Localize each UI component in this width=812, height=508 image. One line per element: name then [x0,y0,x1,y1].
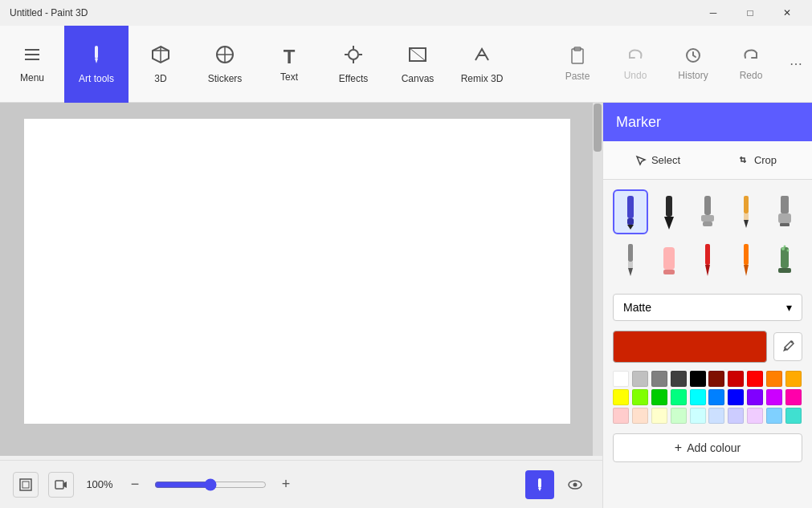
toolbar-redo[interactable]: Redo [722,26,780,103]
svg-rect-22 [22,482,29,488]
matte-row: Matte ▾ [603,289,812,326]
color-swatch[interactable] [708,371,724,387]
active-color-swatch[interactable] [613,331,767,363]
color-swatch[interactable] [690,371,706,387]
eyedropper-button[interactable] [773,332,802,361]
brush-flat[interactable] [767,189,802,234]
svg-rect-36 [703,221,712,226]
svg-rect-25 [538,478,541,488]
toolbar-remix3d[interactable]: Remix 3D [450,26,514,103]
color-swatch[interactable] [785,408,802,424]
stickers-label: Stickers [208,73,243,84]
frame-btn[interactable] [13,472,39,498]
toolbar-history[interactable]: History [664,26,722,103]
panel-header: Marker [603,103,812,141]
color-swatch[interactable] [651,408,667,424]
eye-mode-button[interactable] [561,470,590,499]
zoom-label: 100% [84,478,116,490]
brush-eraser[interactable] [651,238,687,282]
color-swatch[interactable] [651,371,667,387]
more-icon: ⋯ [790,56,802,71]
svg-point-54 [781,247,785,250]
color-swatch[interactable] [651,389,667,405]
canvas-area[interactable] [24,119,570,424]
color-swatch[interactable] [690,408,706,424]
svg-rect-41 [778,213,791,223]
color-swatch[interactable] [766,408,782,424]
brush-grid [603,180,812,289]
zoom-out-button[interactable]: − [125,475,145,494]
toolbar-3d[interactable]: 3D [129,26,193,103]
color-swatch[interactable] [747,408,763,424]
titlebar-controls: ─ □ ✕ [695,0,806,26]
art-tools-label: Art tools [79,73,114,84]
toolbar-text[interactable]: T Text [257,26,321,103]
brush-pencil[interactable] [613,238,648,282]
brush-spray[interactable] [767,238,802,282]
select-button[interactable]: Select [610,149,706,171]
eyedropper-icon [781,339,795,354]
color-swatch[interactable] [785,371,802,387]
toolbar-effects[interactable]: Effects [321,26,386,103]
svg-marker-45 [628,268,633,276]
brush-pencil2[interactable] [728,189,764,234]
color-swatch[interactable] [747,371,763,387]
pencil-mode-button[interactable] [525,470,554,499]
art-tools-icon [86,44,107,70]
matte-dropdown[interactable]: Matte ▾ [613,294,802,321]
maximize-button[interactable]: □ [732,0,769,26]
toolbar-menu[interactable]: Menu [0,26,64,103]
3d-icon [150,44,171,70]
toolbar-undo[interactable]: Undo [606,26,664,103]
color-swatch[interactable] [690,389,706,405]
toolbar-canvas[interactable]: Canvas [386,26,450,103]
svg-point-11 [349,50,358,59]
svg-rect-42 [780,223,790,226]
color-swatch[interactable] [747,389,763,405]
color-swatch[interactable] [728,371,744,387]
color-swatch[interactable] [766,389,782,405]
color-swatch[interactable] [632,371,648,387]
brush-orange-pen[interactable] [728,238,764,282]
video-btn[interactable] [48,472,74,498]
toolbar-paste[interactable]: Paste [549,26,606,103]
color-swatch[interactable] [728,408,744,424]
scroll-thumb[interactable] [594,104,602,152]
color-swatch[interactable] [671,408,687,424]
brush-red-pen[interactable] [690,238,725,282]
toolbar-more-button[interactable]: ⋯ [780,26,812,103]
brush-marker[interactable] [613,189,648,234]
svg-rect-48 [705,244,710,265]
brush-oil[interactable] [690,189,725,234]
zoom-slider[interactable] [154,478,267,491]
color-swatch[interactable] [671,371,687,387]
color-swatch[interactable] [613,389,629,405]
scrollbar[interactable] [593,103,602,456]
color-swatch[interactable] [632,408,648,424]
color-swatch[interactable] [708,408,724,424]
color-swatch[interactable] [632,389,648,405]
svg-rect-29 [627,196,634,218]
svg-rect-44 [628,262,633,268]
zoom-in-button[interactable]: + [276,475,296,494]
color-swatch[interactable] [613,371,629,387]
color-swatch[interactable] [708,389,724,405]
color-swatch[interactable] [613,408,629,424]
color-preview-row [603,326,812,368]
paste-label: Paste [565,71,590,82]
brush-calligraphy[interactable] [651,189,687,234]
color-swatch[interactable] [728,389,744,405]
minimize-button[interactable]: ─ [695,0,732,26]
close-button[interactable]: ✕ [769,0,806,26]
add-colour-button[interactable]: + Add colour [613,433,802,462]
color-swatch[interactable] [785,389,802,405]
color-swatch[interactable] [671,389,687,405]
toolbar-art-tools[interactable]: Art tools [64,26,129,103]
effects-label: Effects [339,73,368,84]
crop-button[interactable]: Crop [709,149,806,171]
toolbar-stickers[interactable]: Stickers [193,26,257,103]
panel-toolbar: Select Crop [603,141,812,180]
svg-rect-34 [704,196,711,215]
color-swatch[interactable] [766,371,782,387]
svg-rect-46 [663,247,675,270]
